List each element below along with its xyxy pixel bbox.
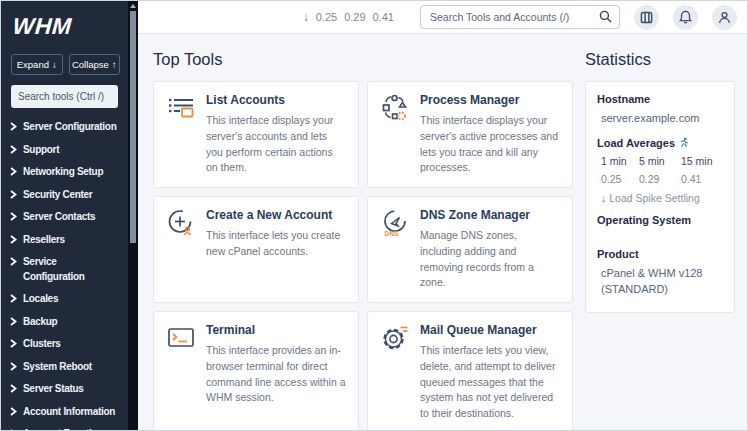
chevron-right-icon: [10, 257, 17, 266]
arrow-down-icon: ↓: [52, 59, 57, 70]
card-process-manager[interactable]: Process Manager This interface displays …: [367, 81, 573, 188]
card-title[interactable]: DNS Zone Manager: [420, 208, 560, 222]
sidebar-expand-collapse: Expand ↓ Collapse ↑: [1, 44, 128, 81]
sidebar-item-label: Backup: [23, 315, 128, 330]
sidebar: WHM Expand ↓ Collapse ↑ Server Configura…: [1, 1, 138, 430]
sidebar-item-service-configuration[interactable]: Service Configuration: [1, 251, 128, 288]
sidebar-scrollbar[interactable]: [128, 1, 138, 430]
chevron-right-icon: [10, 362, 17, 371]
top-tools-section: Top Tools List Accounts This interface d…: [153, 46, 573, 430]
sidebar-item-server-contacts[interactable]: Server Contacts: [1, 206, 128, 229]
scrollbar-up-arrow-icon[interactable]: [130, 4, 136, 8]
expand-button-label: Expand: [17, 59, 49, 70]
chevron-right-icon: [10, 429, 17, 430]
search-icon: [599, 10, 612, 23]
sidebar-item-locales[interactable]: Locales: [1, 288, 128, 311]
arrow-up-icon: ↑: [112, 59, 117, 70]
global-search-input[interactable]: [420, 5, 620, 29]
user-menu-button[interactable]: [712, 5, 737, 30]
card-mail-queue-manager[interactable]: Mail Queue Manager This interface lets y…: [367, 311, 573, 430]
sidebar-item-label: Clusters: [23, 337, 128, 352]
expand-button[interactable]: Expand ↓: [11, 54, 63, 75]
sidebar-item-label: Locales: [23, 292, 128, 307]
chevron-right-icon: [10, 167, 17, 176]
card-description: This interface lets you create new cPane…: [206, 228, 346, 260]
sidebar-item-server-status[interactable]: Server Status: [1, 378, 128, 401]
hostname-label: Hostname: [597, 93, 723, 105]
card-title[interactable]: List Accounts: [206, 93, 346, 107]
collapse-button-label: Collapse: [72, 59, 109, 70]
chevron-right-icon: [10, 294, 17, 303]
sidebar-item-server-configuration[interactable]: Server Configuration: [1, 116, 128, 139]
sidebar-item-label: Account Information: [23, 405, 128, 420]
sidebar-item-resellers[interactable]: Resellers: [1, 229, 128, 252]
notifications-button[interactable]: [673, 5, 698, 30]
card-create-new-account[interactable]: Create a New Account This interface lets…: [153, 196, 359, 303]
sidebar-item-label: Account Functions: [23, 427, 128, 430]
list-accounts-icon: [166, 93, 196, 123]
sidebar-item-security-center[interactable]: Security Center: [1, 184, 128, 207]
card-dns-zone-manager[interactable]: DNS DNS Zone Manager Manage DNS zones, i…: [367, 196, 573, 303]
sidebar-item-support[interactable]: Support: [1, 139, 128, 162]
sidebar-item-system-reboot[interactable]: System Reboot: [1, 356, 128, 379]
chevron-right-icon: [10, 190, 17, 199]
sidebar-item-label: Server Contacts: [23, 210, 128, 225]
sidebar-item-label: Service Configuration: [23, 255, 101, 284]
apps-icon: [640, 11, 653, 24]
card-description: Manage DNS zones, including adding and r…: [420, 228, 560, 291]
product-label: Product: [597, 248, 723, 260]
load-15min: 0.41: [373, 11, 394, 23]
load-5min: 0.29: [344, 11, 365, 23]
statistics-card: Hostname server.example.com Load Average…: [585, 81, 735, 313]
sidebar-item-label: Server Configuration: [23, 120, 128, 135]
card-description: This interface displays your server's ac…: [206, 113, 346, 176]
sidebar-item-backup[interactable]: Backup: [1, 311, 128, 334]
sidebar-scrollbar-thumb[interactable]: [130, 11, 136, 243]
main-content: Top Tools List Accounts This interface d…: [138, 34, 747, 430]
top-tools-grid: List Accounts This interface displays yo…: [153, 81, 573, 430]
sidebar-item-label: System Reboot: [23, 360, 128, 375]
statistics-section: Statistics Hostname server.example.com L…: [585, 46, 735, 430]
chevron-right-icon: [10, 339, 17, 348]
sidebar-item-label: Server Status: [23, 382, 128, 397]
arrow-down-icon: ↓: [601, 192, 606, 204]
sidebar-nav: Server Configuration Support Networking …: [1, 116, 128, 430]
chevron-right-icon: [10, 235, 17, 244]
bell-icon: [679, 10, 692, 24]
mail-queue-manager-icon: [380, 323, 410, 353]
terminal-icon: [166, 323, 196, 353]
load-1min: 0.25: [316, 11, 337, 23]
load-spike-settling: ↓ Load Spike Settling: [601, 192, 723, 204]
topbar: ↓ 0.25 0.29 0.41: [138, 1, 747, 34]
sidebar-item-label: Resellers: [23, 233, 128, 248]
create-account-icon: [166, 208, 196, 238]
product-value: cPanel & WHM v128 (STANDARD): [601, 266, 723, 298]
card-title[interactable]: Process Manager: [420, 93, 560, 107]
user-icon: [718, 11, 731, 24]
card-title[interactable]: Mail Queue Manager: [420, 323, 560, 337]
card-terminal[interactable]: Terminal This interface provides an in-b…: [153, 311, 359, 430]
card-description: This interface displays your server's ac…: [420, 113, 560, 176]
load-averages-table: 1 min 5 min 15 min 0.25 0.29 0.41: [601, 155, 723, 185]
card-title[interactable]: Create a New Account: [206, 208, 346, 222]
sidebar-item-label: Security Center: [23, 188, 128, 203]
chevron-right-icon: [10, 145, 17, 154]
collapse-button[interactable]: Collapse ↑: [69, 54, 121, 75]
chevron-right-icon: [10, 317, 17, 326]
chevron-right-icon: [10, 212, 17, 221]
sidebar-item-clusters[interactable]: Clusters: [1, 333, 128, 356]
sidebar-item-account-information[interactable]: Account Information: [1, 401, 128, 424]
card-description: This interface lets you view, delete, an…: [420, 343, 560, 422]
load-activity-icon: [679, 137, 689, 148]
statistics-title: Statistics: [585, 50, 735, 69]
sidebar-item-account-functions[interactable]: Account Functions: [1, 423, 128, 430]
whm-logo: WHM: [1, 1, 130, 44]
sidebar-item-networking-setup[interactable]: Networking Setup: [1, 161, 128, 184]
card-title[interactable]: Terminal: [206, 323, 346, 337]
sidebar-search-input[interactable]: [11, 85, 118, 108]
load-trend-down-icon: ↓: [303, 10, 309, 24]
operating-system-value: [597, 226, 723, 238]
feature-showcase-button[interactable]: [634, 5, 659, 30]
card-list-accounts[interactable]: List Accounts This interface displays yo…: [153, 81, 359, 188]
process-manager-icon: [380, 93, 410, 123]
